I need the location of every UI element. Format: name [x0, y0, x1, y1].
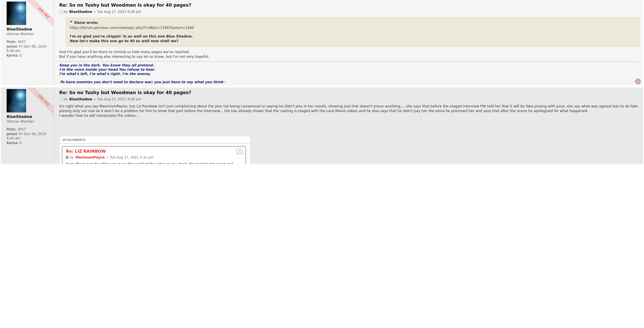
posts-label: Posts: [7, 127, 16, 131]
online-ribbon-badge: ONLINE [26, 87, 54, 118]
signature-line: I'm the voice inside your head You refus… [59, 68, 639, 72]
post-page-icon [59, 98, 62, 101]
posts-label: Posts: [7, 40, 16, 44]
post: ONLINE BlueShadow Veteran Member Posts: … [1, 87, 643, 164]
attachment-image[interactable]: ❝ Re: LIZ RAINBOW by MaximumPayne » Tue … [62, 146, 246, 164]
attachment-post-body: Sorry Pierre but it's either you have th… [66, 162, 240, 164]
post-content: Re: So no Tushy but Woodman is okay for … [54, 87, 643, 164]
attachment-author: MaximumPayne [76, 155, 105, 159]
post-page-icon [59, 10, 62, 14]
post-title-link[interactable]: Re: So no Tushy but Woodman is okay for … [59, 2, 639, 8]
user-stats: Posts: 3027 Joined: Fri Dec 06, 2019 6:4… [7, 40, 54, 58]
post-date: Tue Aug 17, 2021 8:48 pm [97, 97, 141, 101]
user-rank: Veteran Member [7, 32, 54, 36]
attachment-post-byline: by MaximumPayne » Tue Aug 17, 2021 5:31 … [66, 155, 242, 159]
joined-label: Joined: [7, 132, 18, 136]
quoted-line: I'm so glad you're chippin' in as well o… [70, 34, 636, 39]
post-byline: by BlueShadow » Tue Aug 17, 2021 8:36 pm [59, 10, 639, 14]
by-label: by [64, 97, 68, 101]
karma-value: 0 [20, 53, 22, 57]
signature-tagline: -To have enemies you don't need to decla… [59, 80, 639, 84]
open-quote-icon: ❝ [70, 20, 72, 25]
post-author-profile: ONLINE BlueShadow Veteran Member Posts: … [1, 0, 54, 86]
signature-line: Keep you in the dark. You know they all … [59, 63, 639, 68]
quote-block: ❝ Eloise wrote: https://forum.pornbox.co… [66, 18, 639, 47]
quoted-topic-link[interactable]: https://forum.pornbox.com/viewtopic.php?… [70, 26, 194, 30]
byline-separator: » [94, 10, 96, 14]
karma-label: Karma: [7, 141, 18, 145]
karma-label: Karma: [7, 53, 18, 57]
quoted-text: I'm so glad you're chippin' in as well o… [70, 34, 636, 43]
post-content: Re: So no Tushy but Woodman is okay for … [54, 0, 643, 86]
quote-button-icon: ❝ [236, 148, 243, 155]
by-label: by [70, 155, 74, 159]
online-ribbon-badge: ONLINE [26, 0, 54, 31]
byline-separator: » [106, 155, 108, 159]
author-link[interactable]: BlueShadow [69, 10, 92, 14]
body-paragraph: It's right what you say MaximumPayne, bu… [59, 104, 639, 113]
user-rank: Veteran Member [7, 119, 54, 123]
karma-value: 0 [20, 141, 22, 145]
user-stats: Posts: 3027 Joined: Fri Dec 06, 2019 6:4… [7, 127, 54, 145]
attachment-post-date: Tue Aug 17, 2021 5:31 pm [110, 155, 154, 159]
post-date: Tue Aug 17, 2021 8:36 pm [97, 10, 141, 14]
attachments-label: ATTACHMENTS [60, 136, 250, 144]
post-author-profile: ONLINE BlueShadow Veteran Member Posts: … [1, 87, 54, 164]
post: ONLINE BlueShadow Veteran Member Posts: … [1, 0, 643, 86]
quoted-line: Now let's make this one go to 40 as well… [70, 39, 636, 43]
author-link[interactable]: BlueShadow [69, 97, 92, 101]
posts-value: 3027 [18, 127, 26, 131]
post-byline: by BlueShadow » Tue Aug 17, 2021 8:48 pm [59, 97, 639, 101]
post-body: It's right what you say MaximumPayne, bu… [59, 104, 639, 135]
joined-label: Joined: [7, 44, 18, 48]
scroll-to-top-button[interactable] [635, 78, 641, 84]
username-link[interactable]: BlueShadow [7, 114, 54, 119]
username-link[interactable]: BlueShadow [7, 27, 54, 31]
signature-line: I'm what's left, I'm what's right, I'm t… [59, 72, 639, 76]
attachments-panel: ATTACHMENTS ❝ Re: LIZ RAINBOW by Maximum… [59, 136, 251, 164]
quote-header: ❝ Eloise wrote: [70, 20, 636, 25]
quote-author-line: Eloise wrote: [74, 21, 99, 25]
signature: Keep you in the dark. You know they all … [59, 61, 639, 84]
by-label: by [64, 10, 68, 14]
up-triangle-icon [637, 80, 639, 82]
post-body: And I'm glad you'll be there to remind u… [59, 50, 639, 59]
forum-thread-page: ONLINE BlueShadow Veteran Member Posts: … [0, 0, 644, 164]
body-line: I wonder how he will manipulate the vide… [59, 113, 639, 118]
posts-value: 3027 [18, 40, 26, 44]
avatar [7, 2, 26, 25]
body-line: And I'm glad you'll be there to remind u… [59, 50, 639, 54]
avatar [7, 89, 26, 112]
file-icon [66, 156, 68, 159]
byline-separator: » [94, 97, 96, 101]
attachment-post-title: Re: LIZ RAINBOW [66, 149, 242, 154]
body-line: But if you have anything else interestin… [59, 54, 639, 59]
post-title-link[interactable]: Re: So no Tushy but Woodman is okay for … [59, 90, 639, 95]
